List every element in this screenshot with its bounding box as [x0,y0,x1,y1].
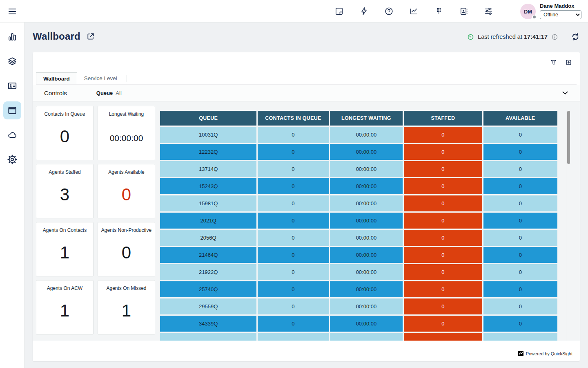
cloud-icon[interactable] [3,126,21,144]
table-cell[interactable]: 00:00:00 [330,161,403,177]
table-cell[interactable]: 0 [404,161,482,177]
table-cell[interactable]: 12232Q [160,144,256,160]
chevron-down-icon[interactable] [560,88,570,98]
table-row[interactable]: 15243Q000:00:0000 [160,178,557,194]
table-cell[interactable]: 0 [404,264,482,280]
avatar[interactable]: DM [520,4,536,19]
table-cell[interactable]: 0 [258,213,328,229]
table-cell[interactable]: 0 [404,195,482,211]
table-cell[interactable]: 0 [258,247,328,263]
table-cell[interactable]: 00:00:00 [330,316,403,332]
table-row[interactable] [160,333,557,341]
hamburger-menu-icon[interactable] [7,7,17,16]
table-row[interactable]: 2056Q000:00:0000 [160,230,557,246]
bar-chart-icon[interactable] [3,28,21,46]
table-cell[interactable]: 0 [483,281,557,297]
table-cell[interactable]: 00:00:00 [330,298,403,314]
table-cell[interactable]: 0 [404,281,482,297]
table-cell[interactable]: 00:00:00 [330,127,403,143]
table-row[interactable]: 21922Q000:00:0000 [160,264,557,280]
filter-icon[interactable] [548,57,558,67]
table-cell[interactable]: 00:00:00 [330,195,403,211]
table-cell[interactable]: 0 [258,316,328,332]
refresh-icon[interactable] [571,32,580,41]
queue-filter[interactable]: Queue All [96,90,122,96]
table-cell[interactable]: 0 [258,144,328,160]
table-cell[interactable] [483,333,557,341]
table-cell[interactable]: 0 [404,213,482,229]
table-cell[interactable]: 10031Q [160,127,256,143]
table-cell[interactable]: 00:00:00 [330,213,403,229]
quick-actions-icon[interactable] [359,7,369,16]
table-cell[interactable]: 00:00:00 [330,281,403,297]
table-cell[interactable]: 13714Q [160,161,256,177]
table-cell[interactable]: 0 [404,127,482,143]
table-cell[interactable]: 0 [258,281,328,297]
table-cell[interactable] [258,333,328,341]
table-cell[interactable]: 15243Q [160,178,256,194]
table-cell[interactable]: 00:00:00 [330,247,403,263]
table-cell[interactable]: 0 [258,178,328,194]
table-cell[interactable]: 25740Q [160,281,256,297]
table-cell[interactable]: 15981Q [160,195,256,211]
table-row[interactable]: 21464Q000:00:0000 [160,247,557,263]
table-cell[interactable]: 0 [258,230,328,246]
table-cell[interactable]: 29559Q [160,298,256,314]
table-row[interactable]: 12232Q000:00:0000 [160,144,557,160]
table-cell[interactable]: 0 [483,213,557,229]
table-cell[interactable]: 0 [404,230,482,246]
export-icon[interactable] [564,57,573,67]
table-row[interactable]: 15981Q000:00:0000 [160,195,557,211]
table-row[interactable]: 13714Q000:00:0000 [160,161,557,177]
table-cell[interactable]: 0 [404,178,482,194]
table-cell[interactable]: 0 [483,178,557,194]
table-cell[interactable]: 0 [404,298,482,314]
table-cell[interactable]: 0 [404,316,482,332]
table-cell[interactable]: 00:00:00 [330,230,403,246]
dialpad-icon[interactable] [434,7,443,16]
table-cell[interactable]: 0 [258,264,328,280]
table-cell[interactable]: 00:00:00 [330,264,403,280]
table-cell[interactable]: 34339Q [160,316,256,332]
table-cell[interactable] [330,333,403,341]
layers-icon[interactable] [3,52,21,70]
table-cell[interactable]: 0 [258,298,328,314]
table-cell[interactable]: 00:00:00 [330,144,403,160]
id-card-icon[interactable] [3,77,21,95]
table-cell[interactable]: 0 [258,195,328,211]
table-cell[interactable]: 21922Q [160,264,256,280]
table-cell[interactable] [160,333,256,341]
table-cell[interactable]: 0 [483,127,557,143]
table-cell[interactable]: 0 [258,161,328,177]
table-cell[interactable]: 0 [483,298,557,314]
table-row[interactable]: 29559Q000:00:0000 [160,298,557,314]
external-link-icon[interactable] [86,32,95,41]
directory-icon[interactable] [459,7,468,16]
table-row[interactable]: 10031Q000:00:0000 [160,127,557,143]
table-row[interactable]: 34339Q000:00:0000 [160,316,557,332]
gear-icon[interactable] [3,150,21,168]
table-cell[interactable]: 0 [404,144,482,160]
table-cell[interactable]: 2021Q [160,213,256,229]
table-cell[interactable]: 0 [258,127,328,143]
table-scrollbar-thumb[interactable] [567,111,570,164]
table-cell[interactable]: 2056Q [160,230,256,246]
table-cell[interactable]: 0 [483,161,557,177]
table-row[interactable]: 25740Q000:00:0000 [160,281,557,297]
settings-sliders-icon[interactable] [483,7,493,16]
table-cell[interactable]: 0 [483,144,557,160]
table-scrollbar-track[interactable] [566,111,570,341]
info-icon[interactable] [551,34,558,40]
table-row[interactable]: 2021Q000:00:0000 [160,213,557,229]
wallboard-window-icon[interactable] [3,101,21,119]
table-cell[interactable]: 0 [483,264,557,280]
table-cell[interactable]: 21464Q [160,247,256,263]
help-icon[interactable] [384,7,394,16]
table-cell[interactable]: 0 [483,316,557,332]
table-cell[interactable]: 0 [404,247,482,263]
powered-by-quicksight[interactable]: Powered by QuickSight [518,351,572,356]
table-cell[interactable]: 0 [483,195,557,211]
agent-status-select[interactable]: Offline [540,10,581,19]
table-cell[interactable]: 0 [483,230,557,246]
tab-wallboard[interactable]: Wallboard [36,72,77,84]
